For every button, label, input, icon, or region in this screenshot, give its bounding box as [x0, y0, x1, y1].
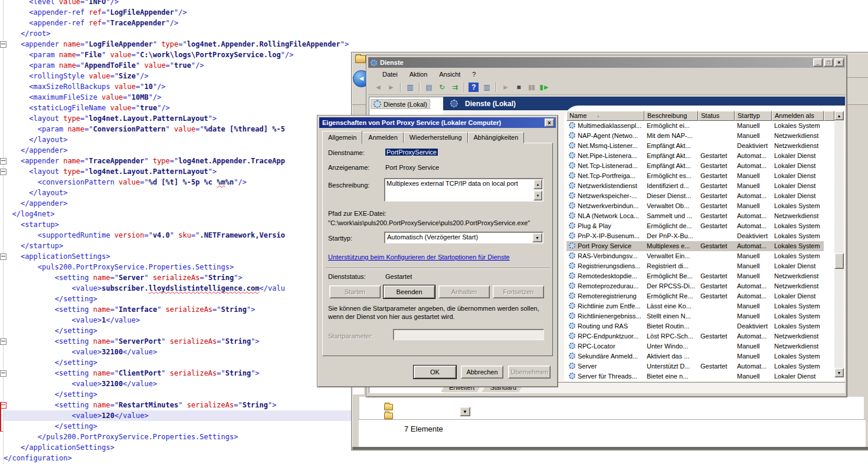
startparameter-input — [393, 329, 544, 340]
beschreibung-textbox[interactable]: Multiplexes external TCP/IP data on loca… — [384, 178, 543, 202]
minimize-button[interactable]: _ — [813, 58, 823, 67]
dienstname-label: Dienstname: — [328, 149, 365, 156]
extended-view-icon[interactable]: ▥ — [482, 83, 492, 92]
code-line: <appender name="LogFileAppender" type="l… — [4, 39, 868, 50]
maximize-button[interactable]: □ — [824, 58, 833, 67]
vertical-scrollbar[interactable]: ▲ ▼ — [834, 111, 844, 377]
scrollbar-thumb[interactable] — [834, 253, 844, 269]
service-row[interactable]: Plug & PlayErmöglicht de...GestartetAuto… — [566, 221, 824, 231]
service-row[interactable]: NetzwerklistendienstIdentifiziert d...Ge… — [566, 181, 824, 191]
fold-toggle-icon[interactable] — [0, 41, 6, 48]
service-row[interactable]: RAS-Verbindungsv...Verwaltet Ein...Manue… — [566, 251, 824, 261]
scroll-down-icon[interactable]: ▼ — [533, 190, 542, 200]
folder-icon[interactable] — [384, 404, 393, 410]
service-row[interactable]: Remotedesktopdie...Ermöglicht Be...Gesta… — [566, 271, 824, 281]
service-row[interactable]: Net.Tcp-Listenerad...Empfängt Akt...Gest… — [566, 161, 824, 171]
menu-item-aktion[interactable]: Aktion — [404, 70, 434, 79]
cell-name: Net.Msmq-Listener... — [566, 141, 644, 151]
cell-name: Plug & Play — [566, 221, 644, 231]
service-row[interactable]: Sekundäre Anmeld...Aktiviert das ...Manu… — [566, 351, 824, 361]
menu-item-?[interactable]: ? — [466, 70, 482, 79]
restart-service-icon[interactable]: ▮► — [539, 83, 549, 92]
service-row[interactable]: Registrierungsdiens...Registriert di...M… — [566, 261, 824, 271]
close-icon[interactable]: × — [545, 119, 554, 127]
starttyp-combobox[interactable]: Automatisch (Verzögerter Start) ▼ — [384, 232, 543, 243]
export-list-icon[interactable]: ⇉ — [450, 83, 460, 92]
service-row[interactable]: Remoteprozedurau...Der RPCSS-Di...Gestar… — [566, 281, 824, 291]
start-service-icon[interactable]: ► — [500, 83, 510, 92]
tab-abhngigkeiten[interactable]: Abhängigkeiten — [468, 132, 525, 143]
cell-starttyp: Manuell — [735, 201, 772, 211]
beenden-button[interactable]: Beenden — [384, 285, 435, 298]
table-header: Name▲BeschreibungStatusStarttypAnmelden … — [566, 111, 834, 121]
fold-toggle-icon[interactable] — [0, 338, 6, 345]
service-row[interactable]: Richtlinienergebniss...Stellt einen N...… — [566, 311, 824, 321]
service-row[interactable]: Netzwerkverbindun...Verwaltet Ob...Gesta… — [566, 201, 824, 211]
service-gear-icon — [569, 323, 575, 329]
tab-anmelden[interactable]: Anmelden — [362, 132, 404, 143]
fold-toggle-icon[interactable] — [0, 254, 6, 260]
service-row[interactable]: Net.Msmq-Listener...Empfängt Akt...Deakt… — [566, 141, 824, 151]
stop-service-icon[interactable]: ■ — [513, 83, 523, 92]
dialog-titlebar[interactable]: Eigenschaften von Port Proxy Service (Lo… — [319, 117, 556, 128]
chevron-down-icon[interactable]: ▼ — [532, 233, 542, 242]
scroll-up-icon[interactable]: ▲ — [533, 179, 542, 189]
scroll-up-button[interactable]: ▲ — [834, 111, 844, 120]
service-row[interactable]: Server für Threads...Bietet eine n...Man… — [566, 371, 824, 381]
service-row[interactable]: NAP-Agent (Netwo...Mit dem NAP-...Manuel… — [566, 131, 824, 141]
forward-icon[interactable]: ► — [386, 83, 396, 92]
column-header-name[interactable]: Name▲ — [566, 111, 644, 121]
menu-item-ansicht[interactable]: Ansicht — [433, 70, 466, 79]
tree-item-dienste-lokal[interactable]: Dienste (Lokal) — [371, 99, 430, 109]
service-row[interactable]: Net.Tcp-Portfreiga...Ermöglicht es...Ges… — [566, 171, 824, 181]
service-gear-icon — [569, 343, 575, 349]
column-header-anmeldenals[interactable]: Anmelden als — [772, 111, 824, 121]
service-row[interactable]: Netzwerkspeicher-...Dieser Dienst...Gest… — [566, 191, 824, 201]
service-gear-icon — [569, 192, 575, 199]
show-console-tree-icon[interactable]: ▥ — [405, 83, 415, 92]
properties-icon[interactable]: ▤ — [424, 83, 434, 92]
startoptions-help-link[interactable]: Unterstützung beim Konfigurieren der Sta… — [328, 254, 510, 261]
refresh-icon[interactable]: ↻ — [437, 83, 447, 92]
folder-icon[interactable] — [384, 413, 393, 419]
cell-beschreibung: Ermöglicht ei... — [644, 121, 698, 131]
column-header-beschreibung[interactable]: Beschreibung — [644, 111, 698, 121]
cell-status — [698, 351, 735, 361]
cell-name: NLA (Network Loca... — [566, 211, 644, 221]
service-row[interactable]: NLA (Network Loca...Sammelt und ...Gesta… — [566, 211, 824, 221]
services-titlebar[interactable]: Dienste — [368, 57, 845, 68]
service-row[interactable]: PnP-X-IP-Busenum...Der PnP-X-Bu...Deakti… — [566, 231, 824, 241]
fold-toggle-icon[interactable] — [0, 169, 6, 175]
code-line: <level value="INFO"/> — [4, 0, 868, 7]
ok-button[interactable]: OK — [414, 366, 456, 379]
service-row[interactable]: RPC-LocatorUnter Windo...ManuellNetzwerk… — [566, 341, 824, 351]
fold-toggle-icon[interactable] — [0, 370, 6, 377]
service-row[interactable]: Net.Pipe-Listenera...Empfängt Akt...Gest… — [566, 151, 824, 161]
column-header-starttyp[interactable]: Starttyp — [735, 111, 772, 121]
service-row[interactable]: ServerUnterstützt D...GestartetAutomat..… — [566, 361, 824, 371]
abbrechen-button[interactable]: Abbrechen — [461, 366, 503, 379]
service-row[interactable]: Port Proxy ServiceMultiplexes e...Gestar… — [566, 241, 824, 251]
service-row[interactable]: Richtlinie zum Entfe...Lässt eine Ko...M… — [566, 301, 824, 311]
help-icon[interactable]: ? — [469, 83, 479, 92]
tab-allgemein[interactable]: Allgemein — [322, 131, 362, 144]
cell-name: RPC-Locator — [566, 341, 644, 351]
service-gear-icon — [569, 242, 575, 249]
service-row[interactable]: Multimediaklassenpl...Ermöglicht ei...Ma… — [566, 121, 824, 131]
dropdown-button[interactable]: ▼ — [460, 407, 470, 416]
services-list-panel: Name▲BeschreibungStatusStarttypAnmelden … — [564, 106, 845, 381]
scroll-down-button[interactable]: ▼ — [834, 368, 844, 377]
tab-wiederherstellung[interactable]: Wiederherstellung — [404, 132, 468, 143]
close-button[interactable]: × — [834, 58, 844, 67]
service-row[interactable]: Routing und RASBietet Routin...Deaktivie… — [566, 321, 824, 331]
menu-item-datei[interactable]: Datei — [376, 70, 404, 79]
pause-service-icon[interactable]: ▮▮ — [526, 83, 536, 92]
service-row[interactable]: RemoteregistrierungErmöglicht Re...Gesta… — [566, 291, 824, 301]
dienstname-value[interactable]: PortProxyService — [385, 149, 438, 156]
back-icon[interactable]: ◄ — [373, 83, 383, 92]
column-header-status[interactable]: Status — [698, 111, 735, 121]
service-row[interactable]: RPC-Endpunktzuor...Löst RPC-Sch...Gestar… — [566, 331, 824, 341]
cell-starttyp: Manuell — [735, 271, 772, 281]
fold-toggle-icon[interactable] — [0, 158, 6, 164]
service-gear-icon — [569, 122, 575, 129]
